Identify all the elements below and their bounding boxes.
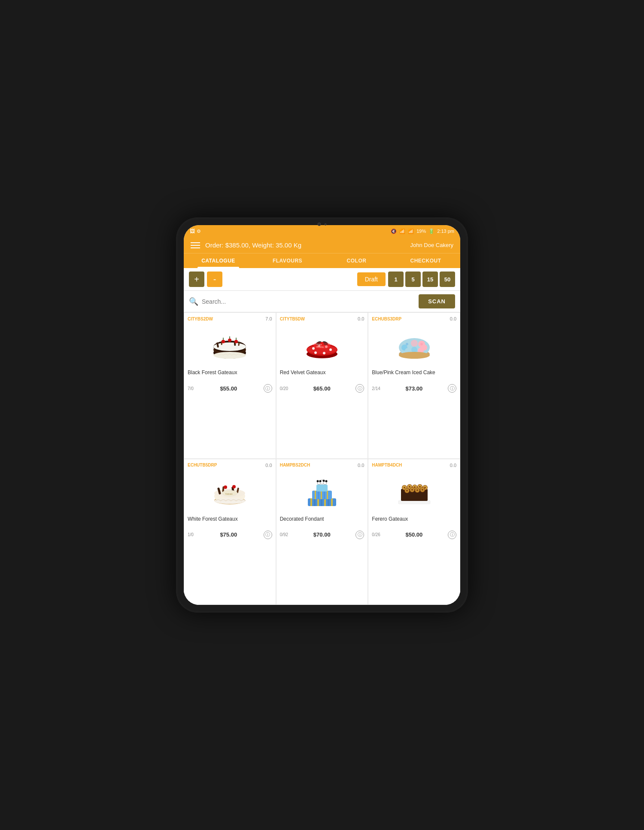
product-image-4: Gateaux [188,470,272,513]
info-button-6[interactable]: ⓘ [448,531,456,539]
svg-point-76 [325,480,327,482]
svg-rect-69 [316,485,328,491]
tab-checkout[interactable]: CHECKOUT [391,253,460,268]
product-footer-4: 1/0 $75.00 ⓘ [188,531,272,539]
product-card-2[interactable]: CITYTB5DW 0.0 [276,312,368,459]
product-footer-3: 2/14 $73.00 ⓘ [372,384,456,393]
product-qty-2: 0.0 [358,316,364,321]
svg-point-75 [322,479,325,482]
qty-1-button[interactable]: 1 [388,272,404,287]
search-bar: 🔍 SCAN [184,291,460,312]
tab-color[interactable]: COLOR [322,253,391,268]
svg-text:Gateaux: Gateaux [225,493,233,495]
tablet-device: 🖼 ⚙ 🔇 📶 📶 19% 🔋 2:13 pm Order: $385.00, … [176,217,468,613]
draft-button[interactable]: Draft [357,272,386,286]
tab-flavours[interactable]: FLAVOURS [253,253,322,268]
quantity-buttons: 1 5 15 50 [388,272,455,287]
camera-sensor [325,223,327,226]
product-code-1: CITYBS2DW [188,317,213,321]
product-stock-5: 0/92 [280,532,288,537]
product-stock-6: 0/26 [372,532,380,537]
product-price-3: $73.00 [406,385,423,392]
nav-tabs: CATALOGUE FLAVOURS COLOR CHECKOUT [184,253,460,268]
hamburger-menu[interactable] [191,242,200,248]
product-card-3[interactable]: ECHUBS3DRP 0.0 [368,312,460,459]
scan-button[interactable]: SCAN [419,294,455,308]
product-code-4: ECHUTB5DRP [188,463,217,467]
product-card-1[interactable]: CITYBS2DW 7.0 [184,312,276,459]
svg-point-40 [420,343,423,345]
product-header-5: HAMPBS2DCH 0.0 [280,463,365,468]
product-footer-5: 0/92 $70.00 ⓘ [280,531,365,539]
product-card-6[interactable]: HAMPTB4DCH 0.0 [368,459,460,605]
svg-rect-57 [314,498,316,506]
product-price-4: $75.00 [220,531,237,538]
svg-point-38 [411,340,418,347]
product-card-4[interactable]: ECHUTB5DRP 0.0 [184,459,276,605]
svg-rect-56 [310,498,312,506]
add-button[interactable]: + [189,272,204,287]
photo-icon: 🖼 [190,228,195,234]
svg-point-21 [329,348,332,351]
product-price-2: $65.00 [313,385,331,392]
svg-point-23 [323,352,325,354]
tab-catalogue[interactable]: CATALOGUE [184,253,253,268]
user-name: John Doe Cakery [410,242,453,248]
info-button-2[interactable]: ⓘ [355,384,364,393]
svg-point-22 [314,351,317,354]
svg-point-50 [224,485,227,489]
product-code-3: ECHUBS3DRP [372,317,401,321]
svg-rect-67 [324,491,325,499]
product-header-4: ECHUTB5DRP 0.0 [188,463,272,468]
svg-point-39 [411,347,417,353]
order-title: Order: $385.00, Weight: 35.00 Kg [205,241,301,249]
product-qty-1: 7.0 [265,316,272,321]
product-image-2: Happy Birthday [280,324,365,367]
camera-lens [318,223,321,226]
svg-rect-60 [324,498,326,506]
product-card-5[interactable]: HAMPBS2DCH 0.0 [276,459,368,605]
search-icon: 🔍 [189,297,198,306]
svg-point-73 [316,480,319,482]
product-price-5: $70.00 [313,531,331,538]
info-button-3[interactable]: ⓘ [448,384,456,393]
info-button-1[interactable]: ⓘ [264,384,272,393]
product-footer-2: 0/20 $65.00 ⓘ [280,384,365,393]
svg-point-85 [409,486,410,488]
product-name-4: White Forest Gateaux [188,516,272,528]
product-code-6: HAMPTB4DCH [372,463,402,467]
product-stock-2: 0/20 [280,386,288,391]
search-input[interactable] [202,298,415,305]
status-bar: 🖼 ⚙ 🔇 📶 📶 19% 🔋 2:13 pm [184,225,460,237]
main-content: + - Draft 1 5 15 50 🔍 SCAN [184,268,460,605]
svg-rect-65 [318,491,319,499]
product-image-5 [280,470,365,513]
product-header-1: CITYBS2DW 7.0 [188,316,272,321]
svg-point-54 [214,498,245,504]
mute-icon: 🔇 [391,229,397,234]
qty-50-button[interactable]: 50 [440,272,455,287]
qty-15-button[interactable]: 15 [422,272,438,287]
product-stock-3: 2/14 [372,386,380,391]
info-button-5[interactable]: ⓘ [355,531,364,539]
svg-point-103 [416,489,418,491]
product-code-2: CITYTB5DW [280,317,305,321]
header-left: Order: $385.00, Weight: 35.00 Kg [191,241,301,249]
settings-icon: ⚙ [197,229,201,234]
signal-icon: 📶 [408,229,414,234]
clock: 2:13 pm [437,229,454,234]
svg-point-8 [222,340,225,343]
minus-button[interactable]: - [207,272,222,287]
svg-rect-68 [327,491,328,499]
svg-point-42 [399,352,430,359]
svg-text:Happy: Happy [316,343,322,345]
status-right: 🔇 📶 📶 19% 🔋 2:13 pm [391,229,454,234]
product-name-1: Black Forest Gateaux [188,369,272,381]
qty-5-button[interactable]: 5 [405,272,421,287]
product-qty-4: 0.0 [265,463,272,468]
info-button-4[interactable]: ⓘ [264,531,272,539]
svg-point-91 [419,486,421,488]
svg-point-88 [414,486,416,488]
battery-percentage: 19% [416,229,426,234]
app-header: Order: $385.00, Weight: 35.00 Kg John Do… [184,237,460,253]
